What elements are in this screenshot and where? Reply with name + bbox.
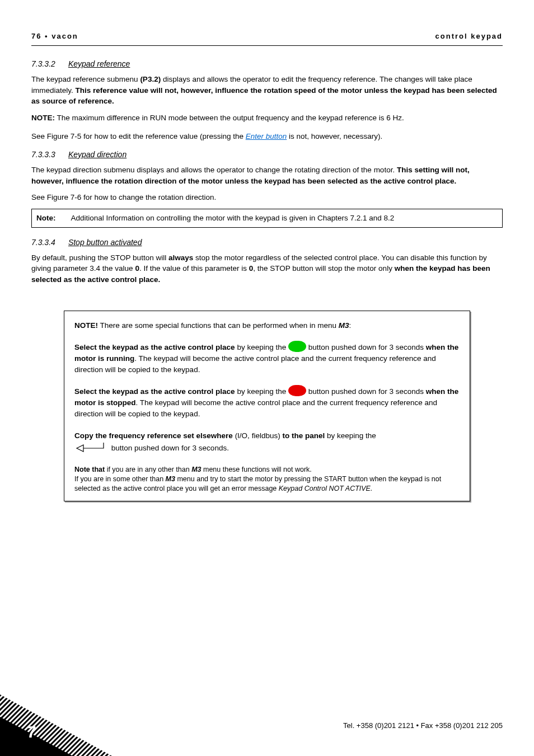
s2-paragraph-1: The keypad direction submenu displays an… [31, 165, 503, 186]
box-line-2: Select the keypad as the active control … [74, 342, 460, 376]
section-number: 7.3.3.3 [31, 149, 66, 160]
note-callout: Note: Additional Information on controll… [31, 209, 503, 228]
stop-button-icon [288, 385, 306, 396]
header-rule [31, 45, 503, 46]
section-7332-heading: 7.3.3.2 Keypad reference [31, 58, 503, 69]
section-title: Keypad direction [68, 150, 127, 159]
footer-contact: Tel. +358 (0)201 2121 • Fax +358 (0)201 … [343, 721, 503, 731]
note-text: Additional Information on controlling th… [67, 209, 503, 227]
section-title: Stop button activated [68, 238, 142, 247]
box-line-4: Copy the frequency reference set elsewhe… [74, 430, 460, 455]
chapter-number: 7 [27, 720, 36, 744]
section-title: Keypad reference [68, 59, 130, 68]
start-button-icon [288, 341, 306, 352]
s1-paragraph-2: See Figure 7-5 for how to edit the refer… [31, 131, 503, 142]
header-right: control keypad [435, 31, 503, 42]
section-7333-heading: 7.3.3.3 Keypad direction [31, 149, 503, 160]
enter-button-link[interactable]: Enter button [246, 132, 287, 140]
s1-note: NOTE: The maximum difference in RUN mode… [31, 112, 503, 124]
section-number: 7.3.3.4 [31, 237, 66, 248]
section-7334-heading: 7.3.3.4 Stop button activated [31, 237, 503, 248]
page-header: 76 • vacon control keypad [31, 31, 503, 42]
note-label: Note: [32, 209, 67, 227]
box-line-3: Select the keypad as the active control … [74, 386, 460, 420]
box-line-1: NOTE! There are some special functions t… [74, 320, 460, 331]
page-footer: Tel. +358 (0)201 2121 • Fax +358 (0)201 … [0, 694, 534, 756]
special-functions-note-box: NOTE! There are some special functions t… [64, 311, 470, 501]
s3-paragraph-1: By default, pushing the STOP button will… [31, 252, 503, 285]
footer-corner-decoration [0, 694, 112, 756]
box-line-56: Note that if you are in any other than M… [74, 465, 460, 494]
section-number: 7.3.3.2 [31, 58, 66, 69]
s2-paragraph-2: See Figure 7-6 for how to change the rot… [31, 192, 503, 203]
enter-arrow-icon [76, 442, 106, 455]
header-left: 76 • vacon [31, 31, 78, 42]
s1-paragraph-1: The keypad reference submenu (P3.2) disp… [31, 74, 503, 107]
